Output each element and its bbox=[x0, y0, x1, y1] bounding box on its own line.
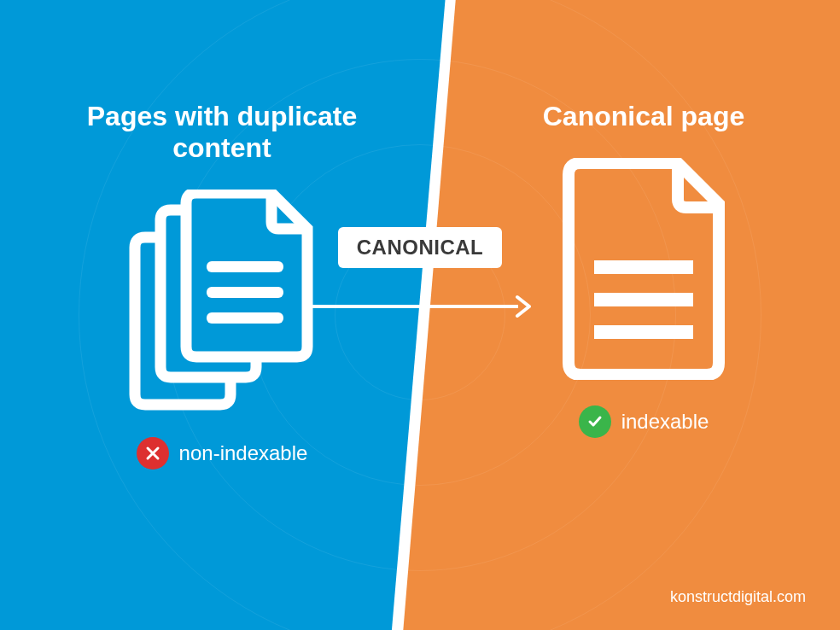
left-status-label: non-indexable bbox=[179, 441, 308, 465]
left-heading: Pages with duplicate content bbox=[77, 101, 367, 164]
svg-rect-2 bbox=[207, 312, 283, 324]
svg-rect-5 bbox=[594, 325, 693, 339]
svg-rect-3 bbox=[594, 260, 693, 274]
x-badge-icon bbox=[137, 437, 169, 470]
canonical-badge: CANONICAL bbox=[338, 227, 503, 268]
center-arrow-section: CANONICAL bbox=[309, 227, 531, 319]
left-status: non-indexable bbox=[77, 437, 367, 470]
right-status-label: indexable bbox=[621, 410, 709, 434]
right-status: indexable bbox=[524, 405, 763, 438]
right-heading: Canonical page bbox=[524, 101, 763, 132]
svg-rect-0 bbox=[207, 261, 283, 272]
document-single-icon bbox=[524, 158, 763, 380]
check-badge-icon bbox=[579, 405, 611, 438]
svg-rect-4 bbox=[594, 293, 693, 306]
svg-rect-1 bbox=[207, 287, 283, 298]
footer-credit: konstructdigital.com bbox=[670, 588, 806, 606]
right-column: Canonical page indexable bbox=[524, 101, 763, 438]
diagram-container: Pages with duplicate content bbox=[0, 0, 840, 630]
arrow-icon bbox=[309, 294, 531, 319]
